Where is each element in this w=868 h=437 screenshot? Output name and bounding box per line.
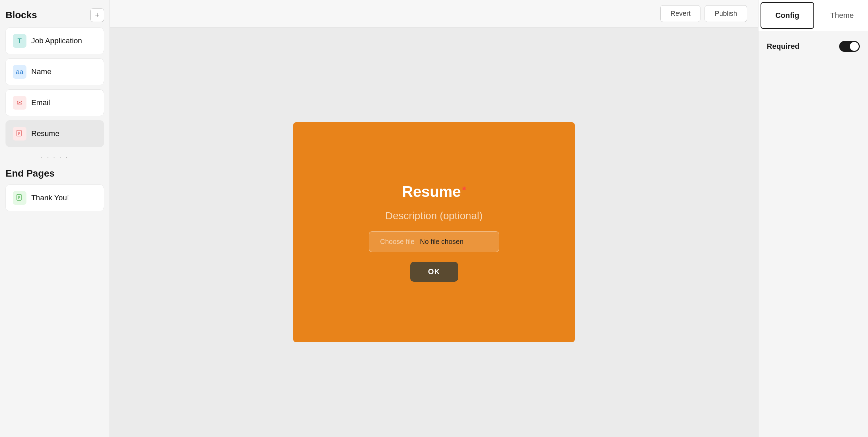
ok-button[interactable]: OK xyxy=(410,262,458,282)
tab-config[interactable]: Config xyxy=(761,2,814,29)
add-block-button[interactable]: + xyxy=(90,8,104,22)
email-icon: ✉ xyxy=(13,96,26,110)
sidebar-item-email[interactable]: ✉ Email xyxy=(5,89,104,116)
sidebar-item-thank-you[interactable]: Thank You! xyxy=(5,184,104,211)
toggle-knob xyxy=(850,42,859,51)
resume-icon xyxy=(13,127,26,141)
sidebar: Blocks + T Job Application aa Name ✉ Ema… xyxy=(0,0,110,437)
main-content: Revert Publish Resume * Description (opt… xyxy=(110,0,758,437)
end-pages-title: End Pages xyxy=(5,168,104,179)
panel-tabs: Config Theme xyxy=(758,0,868,31)
panel-content: Required xyxy=(758,31,868,68)
required-star: * xyxy=(462,184,466,195)
blocks-section-header: Blocks + xyxy=(5,8,104,22)
job-application-icon: T xyxy=(13,34,26,48)
sidebar-item-job-application[interactable]: T Job Application xyxy=(5,27,104,54)
form-title-text: Resume xyxy=(402,183,461,200)
no-file-text: No file chosen xyxy=(420,238,464,246)
tab-theme[interactable]: Theme xyxy=(816,0,868,31)
choose-file-label: Choose file xyxy=(380,238,414,246)
file-input-area[interactable]: Choose file No file chosen xyxy=(369,231,499,252)
sidebar-item-label: Name xyxy=(31,67,52,76)
required-label: Required xyxy=(767,42,799,51)
sidebar-item-label: Job Application xyxy=(31,36,82,45)
form-description: Description (optional) xyxy=(385,210,482,222)
publish-button[interactable]: Publish xyxy=(705,5,747,22)
sidebar-item-label: Resume xyxy=(31,129,59,138)
toolbar: Revert Publish xyxy=(110,0,758,27)
name-icon: aa xyxy=(13,65,26,79)
thank-you-icon xyxy=(13,191,26,205)
required-row: Required xyxy=(767,41,860,52)
sidebar-item-resume[interactable]: Resume xyxy=(5,120,104,147)
divider: · · · · · xyxy=(5,154,104,161)
sidebar-item-name[interactable]: aa Name xyxy=(5,58,104,85)
revert-button[interactable]: Revert xyxy=(660,5,700,22)
form-field-title: Resume * xyxy=(402,183,466,200)
canvas-area: Resume * Description (optional) Choose f… xyxy=(110,27,758,437)
sidebar-item-label: Thank You! xyxy=(31,193,69,202)
form-preview: Resume * Description (optional) Choose f… xyxy=(293,122,575,342)
sidebar-item-label: Email xyxy=(31,98,50,107)
blocks-title: Blocks xyxy=(5,10,37,21)
required-toggle[interactable] xyxy=(839,41,860,52)
right-panel: Config Theme Required xyxy=(758,0,868,437)
